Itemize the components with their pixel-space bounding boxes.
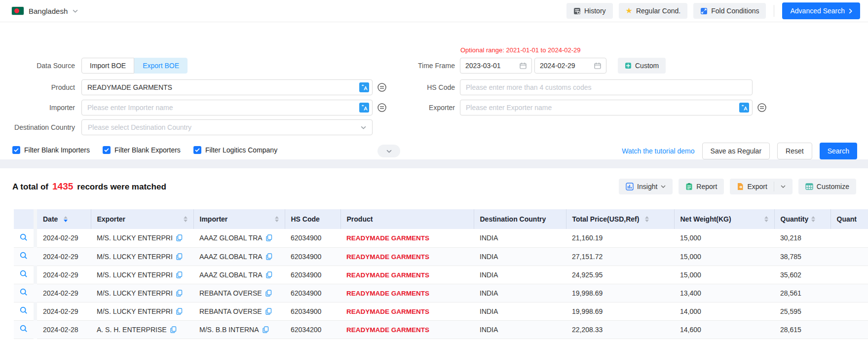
filter-logitics-company-checkbox[interactable]: Filter Logitics Company (193, 146, 277, 154)
search-button[interactable]: Search (820, 143, 857, 159)
country-name: Bangladesh (29, 7, 68, 15)
cell-hs-code: 62034900 (285, 284, 340, 302)
header-destination-country[interactable]: Destination Country (474, 209, 566, 229)
cell-date: 2024-02-29 (37, 265, 91, 284)
product-input[interactable] (81, 79, 373, 95)
regular-cond-button[interactable]: ★ Regular Cond. (619, 3, 688, 19)
chevron-down-icon[interactable] (781, 185, 786, 188)
history-button[interactable]: History (566, 3, 613, 19)
cell-product: READYMADE GARMENTS (340, 284, 474, 302)
fuzzy-match-icon[interactable] (757, 103, 767, 113)
import-boe-tab[interactable]: Import BOE (81, 58, 134, 74)
copy-icon[interactable] (266, 253, 272, 260)
importer-label: Importer (0, 100, 75, 115)
advanced-search-button[interactable]: Advanced Search (782, 2, 860, 19)
custom-icon (625, 62, 632, 69)
save-as-regular-button[interactable]: Save as Regular (702, 143, 770, 159)
checkbox-checked-icon (193, 146, 201, 154)
copy-icon[interactable] (265, 308, 272, 315)
export-icon (737, 183, 744, 190)
cell-exporter: M/S. LUCKY ENTERPRI (91, 247, 193, 265)
header-product[interactable]: Product (340, 209, 474, 229)
country-selector[interactable]: Bangladesh (12, 7, 78, 15)
row-detail-button[interactable] (14, 284, 34, 302)
insight-button[interactable]: Insight (619, 179, 673, 194)
destination-country-select[interactable]: Please select Destination Country (81, 119, 373, 135)
row-detail-button[interactable] (14, 247, 34, 265)
cell-quantity: 30,218 (774, 229, 830, 247)
copy-icon[interactable] (176, 253, 183, 260)
reset-button[interactable]: Reset (777, 143, 812, 159)
fold-icon (700, 7, 708, 15)
tutorial-demo-link[interactable]: Watch the tutorial demo (622, 147, 694, 155)
sort-icon (184, 216, 188, 222)
search-form: Optional range: 2021-01-01 to 2024-02-29… (0, 22, 868, 159)
copy-icon[interactable] (265, 290, 272, 297)
cell-product: READYMADE GARMENTS (340, 265, 474, 284)
sort-icon (275, 216, 279, 222)
importer-input[interactable] (81, 100, 373, 115)
table-row: 2024-02-29 M/S. LUCKY ENTERPRI REBANTA O… (14, 284, 868, 302)
top-bar: Bangladesh History ★ Regular Cond. Fold … (0, 0, 868, 22)
filter-blank-exporters-checkbox[interactable]: Filter Blank Exporters (103, 146, 181, 154)
filter-blank-importers-checkbox[interactable]: Filter Blank Importers (12, 146, 90, 154)
cell-total-price: 21,160.19 (566, 229, 674, 247)
row-detail-button[interactable] (14, 229, 34, 247)
chevron-down-icon (73, 9, 78, 13)
table-row: 2024-02-29 M/S. LUCKY ENTERPRI AAAZ GLOB… (14, 247, 868, 265)
date-to-picker[interactable]: 2024-02-29 (534, 58, 606, 74)
header-quant-cut[interactable]: Quant (830, 209, 868, 229)
customize-button[interactable]: Customize (798, 179, 856, 194)
cell-exporter: M/S. LUCKY ENTERPRI (91, 229, 193, 247)
cell-exporter: M/S. LUCKY ENTERPRI (91, 302, 193, 320)
header-total-price[interactable]: Total Price(USD,Ref) (566, 209, 674, 229)
header-net-weight[interactable]: Net Weight(KG) (674, 209, 774, 229)
cell-importer: M/S. B.B INTERNA (193, 320, 285, 339)
cell-date: 2024-02-29 (37, 229, 91, 247)
header-quantity[interactable]: Quantity (774, 209, 830, 229)
row-detail-button[interactable] (14, 265, 34, 284)
copy-icon[interactable] (176, 308, 183, 315)
magnifier-icon (20, 270, 28, 278)
header-hs-code[interactable]: HS Code (285, 209, 340, 229)
export-button[interactable]: Export (730, 179, 792, 194)
copy-icon[interactable] (266, 271, 272, 278)
customize-icon (805, 183, 813, 190)
copy-icon[interactable] (263, 326, 269, 333)
table-header-row: Date Exporter Importer HS Code Product D… (14, 209, 868, 229)
copy-icon[interactable] (266, 234, 272, 241)
cell-exporter: A. S. H. ENTERPRISE (91, 320, 193, 339)
fold-conditions-button[interactable]: Fold Conditions (693, 3, 766, 19)
copy-icon[interactable] (176, 234, 183, 241)
history-label: History (584, 7, 606, 15)
export-boe-tab[interactable]: Export BOE (134, 58, 188, 74)
bangladesh-flag-icon (12, 7, 24, 15)
date-from-picker[interactable]: 2023-03-01 (460, 58, 532, 74)
row-detail-button[interactable] (14, 320, 34, 339)
header-date[interactable]: Date (37, 209, 91, 229)
regular-cond-label: Regular Cond. (636, 7, 680, 15)
cell-quantity: 28,615 (774, 320, 830, 339)
copy-icon[interactable] (176, 290, 183, 297)
hs-code-input[interactable] (460, 79, 753, 95)
translate-icon[interactable] (359, 82, 369, 92)
cell-importer: REBANTA OVERSE (193, 284, 285, 302)
cell-hs-code: 62034900 (285, 265, 340, 284)
custom-range-button[interactable]: Custom (618, 58, 666, 74)
exporter-input[interactable] (460, 100, 753, 115)
row-detail-button[interactable] (14, 302, 34, 320)
header-exporter[interactable]: Exporter (91, 209, 193, 229)
translate-icon[interactable] (359, 103, 369, 113)
cell-quantity: 38,785 (774, 247, 830, 265)
cell-importer: AAAZ GLOBAL TRA (193, 229, 285, 247)
magnifier-icon (20, 325, 28, 333)
copy-icon[interactable] (176, 271, 183, 278)
collapse-conditions-button[interactable] (377, 145, 400, 157)
report-button[interactable]: Report (679, 179, 724, 194)
translate-icon[interactable] (739, 103, 749, 113)
customize-label: Customize (817, 183, 849, 190)
header-importer[interactable]: Importer (193, 209, 285, 229)
export-label: Export (747, 183, 767, 190)
copy-icon[interactable] (170, 326, 177, 333)
cell-quantity: 35,602 (774, 265, 830, 284)
